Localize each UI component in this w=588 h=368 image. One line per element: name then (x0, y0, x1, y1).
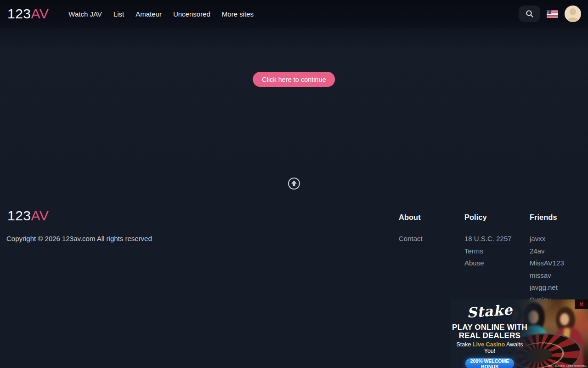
footer-link-24av[interactable]: 24av (530, 245, 588, 258)
stake-logo: Stake (450, 300, 530, 322)
logo-text-av: AV (31, 6, 49, 21)
nav-item-list[interactable]: List (113, 10, 124, 18)
footer-logo-123: 123 (7, 208, 31, 223)
footer-logo[interactable]: 123AV (7, 209, 49, 223)
top-navbar: 123AV Watch JAV List Amateur Uncensored … (0, 0, 588, 28)
ad-sub-highlight: Live Casino (473, 341, 505, 348)
ad-headline-line1: PLAY ONLINE WITH (450, 323, 529, 332)
footer-column-title: About (399, 213, 463, 222)
footer-logo-av: AV (31, 208, 49, 223)
nav-item-more-sites[interactable]: More sites (222, 10, 254, 18)
welcome-bonus-button[interactable]: 200% WELCOME BONUS (465, 358, 514, 368)
footer-link-2257[interactable]: 18 U.S.C. 2257 (464, 233, 529, 245)
footer-link-abuse[interactable]: Abuse (464, 257, 529, 270)
ad-disclaimer: 18+, T&Cs Apply. Gamble Responsibly. (548, 365, 587, 367)
footer-column-about: About Contact (399, 213, 463, 245)
avatar-body (567, 17, 578, 22)
avatar-head (570, 8, 576, 15)
footer-column-policy: Policy 18 U.S.C. 2257 Terms Abuse (464, 213, 529, 270)
ad-close-button[interactable]: ✕ (575, 299, 588, 309)
footer-link-missav123[interactable]: MissAV123 (530, 257, 588, 270)
footer-column-title: Policy (464, 213, 529, 222)
footer-link-terms[interactable]: Terms (464, 245, 529, 258)
arrow-up-circle-icon[interactable] (288, 177, 300, 190)
flag-canton (547, 10, 552, 14)
navbar-right (519, 6, 581, 22)
logo-text-123: 123 (7, 6, 31, 21)
footer-column-title: Friends (530, 213, 588, 222)
nav-item-watch-jav[interactable]: Watch JAV (68, 10, 102, 18)
nav-item-amateur[interactable]: Amateur (136, 10, 162, 18)
avatar[interactable] (565, 6, 581, 22)
footer-link-javgg[interactable]: javgg.net (530, 282, 588, 294)
us-flag-icon[interactable] (547, 10, 558, 18)
copyright-text: Copyright © 2026 123av.com All rights re… (6, 235, 152, 242)
ad-subline: Stake Live Casino Awaits You! (450, 341, 529, 354)
main-nav: Watch JAV List Amateur Uncensored More s… (68, 10, 254, 18)
ad-sub-pre: Stake (457, 341, 473, 348)
stake-ad-banner[interactable]: Stake PLAY ONLINE WITH REAL DEALERS Stak… (450, 299, 588, 368)
page: 123AV Watch JAV List Amateur Uncensored … (0, 0, 588, 368)
nav-item-uncensored[interactable]: Uncensored (173, 10, 210, 18)
footer-column-friends: Friends javxx 24av MissAV123 missav javg… (530, 213, 588, 306)
ad-headline-line2: REAL DEALERS (450, 332, 529, 339)
search-icon (526, 10, 534, 18)
continue-button[interactable]: Click here to continue (253, 72, 335, 87)
footer-link-missav[interactable]: missav (530, 270, 588, 282)
ad-content: Stake PLAY ONLINE WITH REAL DEALERS Stak… (450, 299, 529, 368)
site-logo[interactable]: 123AV (7, 7, 49, 21)
search-button[interactable] (519, 6, 540, 22)
footer-link-contact[interactable]: Contact (399, 233, 463, 245)
footer-link-javxx[interactable]: javxx (530, 233, 588, 245)
